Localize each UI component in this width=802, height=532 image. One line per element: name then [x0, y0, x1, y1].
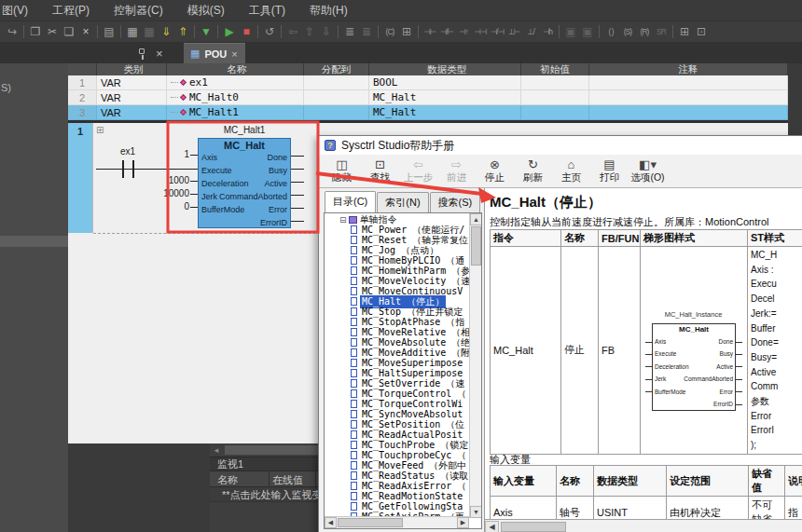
- refresh-button[interactable]: ↻ 刷新: [514, 156, 552, 186]
- variable-row[interactable]: 1 VAR ex1 BOOL: [68, 75, 788, 90]
- tree-horizontal-scrollbar[interactable]: ◀ ▶: [325, 516, 469, 528]
- variable-row[interactable]: 3 VAR MC_Halt1 MC_Halt: [68, 105, 788, 120]
- hide-button[interactable]: ◫ 隐藏: [323, 156, 361, 186]
- insert-row-below-icon[interactable]: ≣: [358, 22, 375, 41]
- menu-item[interactable]: 控制器(C): [114, 3, 163, 19]
- scroll-left-icon[interactable]: ◂: [210, 445, 223, 455]
- contact-series-nc-icon[interactable]: ⊣/⊣: [489, 22, 505, 41]
- input-value-buffermode[interactable]: 0: [96, 201, 189, 211]
- tree-item[interactable]: MC_TorqueControlWi: [325, 399, 469, 409]
- stop-icon[interactable]: ■: [238, 22, 255, 41]
- sr-block-icon[interactable]: SR: [653, 22, 670, 41]
- home-button[interactable]: ⌂ 主页: [552, 156, 590, 186]
- separator[interactable]: [599, 25, 600, 38]
- col-comment[interactable]: 注释: [589, 63, 788, 75]
- delete-icon[interactable]: ×: [77, 22, 94, 41]
- mc-halt-function-block[interactable]: MC_Halt AxisExecuteDecelerationJerkBuffe…: [198, 138, 291, 228]
- tab-pou[interactable]: ▦ POU ×: [184, 43, 245, 63]
- coil-set-icon[interactable]: (S): [619, 22, 636, 41]
- menu-item[interactable]: 图(V): [2, 3, 28, 19]
- col-initial[interactable]: 初始值: [521, 63, 589, 75]
- menu-item[interactable]: 模拟(S): [187, 3, 225, 19]
- separator[interactable]: [418, 25, 419, 38]
- help-title-bar[interactable]: ? Sysctrl Studio帮助手册: [319, 136, 802, 155]
- input-value-deceleration[interactable]: 1000: [96, 175, 189, 185]
- scroll-left-icon[interactable]: ◀: [485, 521, 499, 532]
- rung-number[interactable]: 1: [68, 123, 93, 233]
- forward-button[interactable]: ⇨ 前进: [437, 156, 476, 186]
- tree-item[interactable]: MC_ReadMotionState: [325, 491, 469, 501]
- input-value-axis[interactable]: 1: [96, 149, 189, 159]
- close-panel-icon[interactable]: ×: [156, 48, 163, 60]
- tree-item[interactable]: MC_MoveVelocity （速: [325, 276, 469, 286]
- separator[interactable]: [378, 25, 379, 38]
- contact-parallel-nc-icon[interactable]: ⊥/: [522, 22, 539, 41]
- col-category[interactable]: 类别: [97, 63, 167, 75]
- tree-item[interactable]: MC_MoveSuperimpose: [325, 358, 469, 368]
- options-button[interactable]: ◧▾ 选项(O): [629, 156, 667, 186]
- navigate-back-icon[interactable]: ⇦: [284, 22, 301, 41]
- filter-icon[interactable]: ▼: [198, 22, 214, 41]
- comment-icon[interactable]: (C): [381, 22, 398, 41]
- convert-icon[interactable]: ↺: [261, 22, 278, 41]
- tree-item[interactable]: MC_TorqueControl （: [325, 389, 469, 399]
- insert-row-above-icon[interactable]: ≣: [341, 22, 358, 41]
- back-button[interactable]: ⇦ 上一步: [399, 156, 437, 186]
- contact-nc-icon[interactable]: ⊣/⊢: [438, 22, 455, 41]
- separator[interactable]: [217, 25, 218, 38]
- rebuild-icon[interactable]: ▦: [141, 22, 158, 41]
- paste-icon[interactable]: ❏: [61, 22, 77, 41]
- variable-row[interactable]: 2 VAR MC_Halt0 MC_Halt: [68, 90, 788, 105]
- watch-col-online-value[interactable]: 在线值: [272, 473, 303, 487]
- contact-rising-icon[interactable]: ⊣↑: [455, 22, 472, 41]
- collapse-icon[interactable]: ⊟: [339, 215, 347, 225]
- separator[interactable]: [338, 25, 339, 38]
- menu-item[interactable]: 工程(P): [52, 3, 90, 19]
- separator[interactable]: [23, 25, 24, 38]
- run-icon[interactable]: ▶: [221, 22, 238, 41]
- cut-icon[interactable]: ✂: [44, 22, 61, 41]
- stop-button[interactable]: ⊗ 停止: [476, 156, 514, 186]
- scroll-left-icon[interactable]: ◀: [325, 517, 337, 528]
- scroll-right-icon[interactable]: ▶: [457, 517, 469, 528]
- function-block-icon[interactable]: ⊞: [676, 22, 693, 41]
- separator[interactable]: [559, 25, 560, 38]
- scrollbar-thumb[interactable]: [471, 226, 481, 266]
- menu-item[interactable]: 工具(T): [249, 3, 285, 19]
- navigate-up-icon[interactable]: ⇧: [301, 22, 318, 41]
- col-assigned[interactable]: 分配到: [304, 63, 369, 75]
- upload-from-controller-icon[interactable]: ⇑: [174, 22, 191, 41]
- contact-no-icon[interactable]: ⊣⊢: [422, 22, 438, 41]
- scrollbar-thumb[interactable]: [501, 522, 566, 532]
- content-horizontal-scrollbar[interactable]: ◀: [485, 519, 802, 532]
- tree-item[interactable]: MC_SetPosition （位: [325, 419, 469, 430]
- separator[interactable]: [257, 25, 258, 38]
- print-button[interactable]: ▤ 打印: [590, 156, 629, 186]
- help-tab[interactable]: 索引(N): [377, 192, 428, 213]
- tree-item[interactable]: MC_ReadAxisError （: [325, 481, 469, 491]
- help-tab[interactable]: 搜索(S): [430, 192, 481, 213]
- separator[interactable]: [194, 25, 195, 38]
- separator[interactable]: [672, 25, 673, 38]
- tree-item[interactable]: MC_MoveAdditive （附: [325, 348, 469, 358]
- contact-pulse-icon[interactable]: ⊣h: [539, 22, 556, 41]
- scrollbar-thumb[interactable]: [338, 518, 403, 527]
- watch-col-name[interactable]: 名称: [217, 473, 238, 487]
- menu-item[interactable]: 帮助(H): [310, 3, 348, 19]
- sidebar-highlight-bar[interactable]: [0, 236, 68, 247]
- navigate-down-icon[interactable]: ⇩: [318, 22, 335, 41]
- separator[interactable]: [281, 25, 282, 38]
- input-value-jerk[interactable]: 10000: [96, 188, 189, 198]
- scroll-down-icon[interactable]: ▼: [470, 506, 482, 518]
- coil-icon[interactable]: ( ): [602, 22, 619, 41]
- tab-close-icon[interactable]: ×: [231, 48, 237, 60]
- col-name[interactable]: 名称: [167, 63, 304, 75]
- tree-vertical-scrollbar[interactable]: ▲ ▼: [469, 213, 481, 518]
- scroll-up-icon[interactable]: ▲: [470, 213, 482, 225]
- col-datatype[interactable]: 数据类型: [369, 63, 521, 75]
- export-icon[interactable]: ▤: [101, 22, 118, 41]
- inline-p-icon[interactable]: ▣: [579, 22, 596, 41]
- contact-parallel-no-icon[interactable]: ⊥⊢: [505, 22, 522, 41]
- redo-icon[interactable]: ↪: [4, 22, 21, 41]
- find-button[interactable]: ⊡ 查找: [361, 156, 399, 186]
